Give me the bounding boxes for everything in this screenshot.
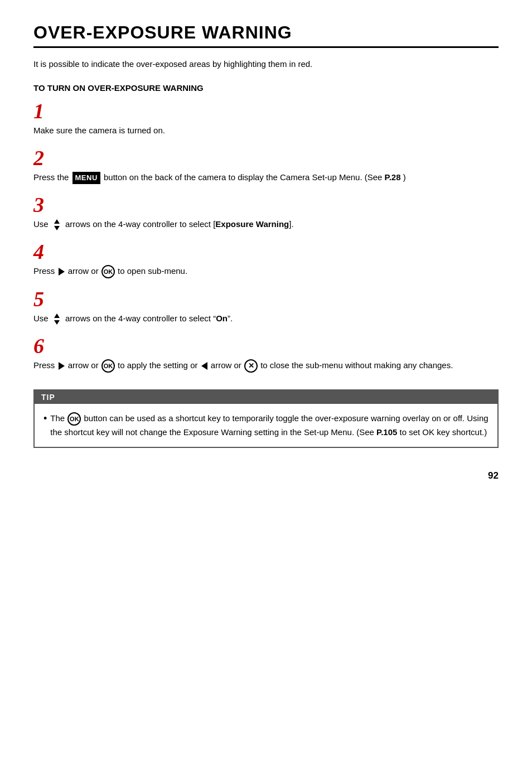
step-5-bold: On: [216, 314, 228, 323]
step-6-text-mid3: arrow or: [211, 360, 244, 370]
x-button-icon: ✕: [244, 359, 258, 373]
step-6-text-post: to close the sub-menu without making any…: [260, 360, 453, 370]
tip-box: TIP • The OK button can be used as a sho…: [33, 389, 499, 448]
step-3-text-mid: arrows on the 4-way controller to select…: [65, 219, 294, 229]
step-2-text-pre: Press the: [33, 172, 71, 182]
tip-text: The OK button can be used as a shortcut …: [50, 412, 489, 439]
step-2-text: Press the MENU button on the back of the…: [33, 171, 499, 185]
page-number: 92: [33, 470, 499, 481]
tip-content: • The OK button can be used as a shortcu…: [35, 404, 497, 447]
step-6-text: Press arrow or OK to apply the setting o…: [33, 359, 499, 373]
ok-button-icon: OK: [101, 265, 115, 278]
step-3: 3 Use arrows on the 4-way controller to …: [33, 194, 499, 231]
step-4-text: Press arrow or OK to open sub-menu.: [33, 264, 499, 278]
step-6-text-mid1: arrow or: [68, 360, 101, 370]
step-3-text: Use arrows on the 4-way controller to se…: [33, 218, 499, 231]
title-rule: [33, 46, 499, 48]
right-arrow-icon-2: [59, 362, 65, 370]
step-4-text-post: to open sub-menu.: [118, 266, 187, 276]
ok-button-icon-2: OK: [101, 359, 115, 373]
step-4-number: 4: [33, 241, 499, 262]
step-3-number: 3: [33, 194, 499, 215]
step-2-number: 2: [33, 147, 499, 168]
step-6-text-pre: Press: [33, 360, 57, 370]
page-title: OVER-EXPOSURE WARNING: [33, 22, 499, 43]
step-1-number: 1: [33, 100, 499, 122]
tip-text-pre: The: [50, 413, 67, 423]
step-4-text-pre: Press: [33, 266, 57, 276]
step-2-text-end: ): [403, 172, 406, 182]
tip-bullet-dot: •: [43, 412, 47, 426]
step-3-text-pre: Use: [33, 219, 51, 229]
step-5-number: 5: [33, 288, 499, 310]
right-arrow-icon: [59, 268, 65, 276]
tip-bold-ref: P.105: [376, 427, 397, 437]
step-6-text-mid2: to apply the setting or: [118, 360, 200, 370]
step-5: 5 Use arrows on the 4-way controller to …: [33, 288, 499, 325]
step-2-ref: P.28: [385, 172, 401, 182]
step-5-text-pre: Use: [33, 314, 51, 323]
step-2-text-mid: button on the back of the camera to disp…: [104, 172, 385, 182]
step-6-number: 6: [33, 335, 499, 356]
tip-text-post: to set OK key shortcut.): [400, 427, 487, 437]
tip-header: TIP: [35, 390, 497, 404]
intro-text: It is possible to indicate the over-expo…: [33, 58, 499, 71]
step-5-text-mid: arrows on the 4-way controller to select…: [65, 314, 233, 323]
step-4-text-mid: arrow or: [68, 266, 101, 276]
ok-button-icon-tip: OK: [67, 412, 81, 426]
left-arrow-icon: [201, 362, 207, 370]
menu-label: MENU: [72, 172, 100, 185]
step-6: 6 Press arrow or OK to apply the setting…: [33, 335, 499, 373]
step-1-text: Make sure the camera is turned on.: [33, 124, 499, 137]
step-5-text: Use arrows on the 4-way controller to se…: [33, 312, 499, 325]
step-3-bold: Exposure Warning: [215, 219, 289, 229]
up-down-arrow-icon: [52, 219, 62, 230]
step-1: 1 Make sure the camera is turned on.: [33, 100, 499, 137]
step-4: 4 Press arrow or OK to open sub-menu.: [33, 241, 499, 278]
step-2: 2 Press the MENU button on the back of t…: [33, 147, 499, 185]
up-down-arrow-icon-2: [52, 314, 62, 325]
section-heading: TO TURN ON OVER-EXPOSURE WARNING: [33, 83, 499, 93]
tip-bullet: • The OK button can be used as a shortcu…: [43, 412, 489, 439]
